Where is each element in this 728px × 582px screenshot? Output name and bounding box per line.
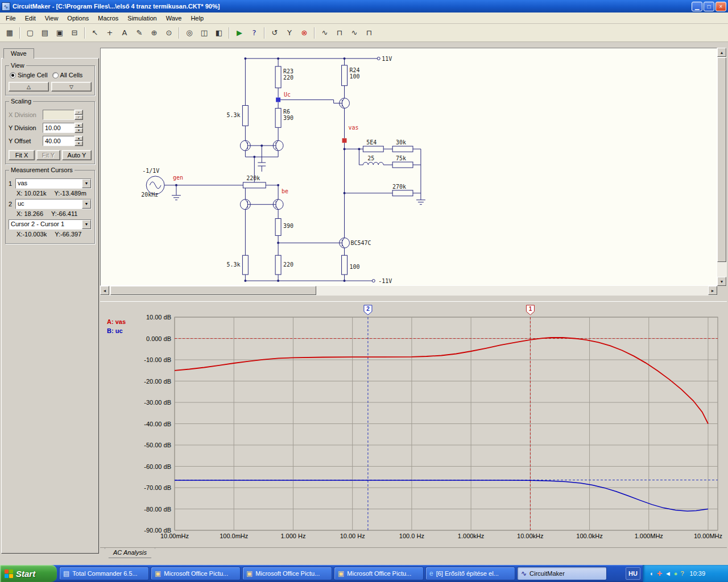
y-division-input[interactable] bbox=[43, 123, 75, 133]
node-vas-label[interactable]: vas bbox=[349, 124, 359, 131]
single-cell-radio[interactable]: Single Cell bbox=[10, 72, 48, 78]
volume-icon[interactable]: ◄ bbox=[665, 571, 671, 577]
r270k-value[interactable]: 270k bbox=[392, 184, 406, 190]
waveform-mixed-icon[interactable]: ∿ bbox=[348, 26, 361, 40]
r390-value[interactable]: 390 bbox=[283, 223, 293, 229]
menu-file[interactable]: File bbox=[1, 14, 20, 23]
run-simulation-icon[interactable]: ▶ bbox=[233, 26, 246, 40]
cell-down-button[interactable]: ▽ bbox=[51, 82, 92, 92]
scroll-up-icon[interactable]: ▲ bbox=[717, 48, 726, 57]
maximize-button[interactable]: □ bbox=[704, 2, 714, 11]
vcc-label[interactable]: 11V bbox=[382, 56, 392, 62]
task-button-2[interactable]: ▣Microsoft Office Pictu... bbox=[151, 567, 241, 580]
menu-edit[interactable]: Edit bbox=[20, 14, 40, 23]
page-view-icon[interactable]: ◫ bbox=[197, 26, 211, 40]
vee-label[interactable]: -11V bbox=[378, 278, 392, 284]
scroll-down-icon[interactable]: ▼ bbox=[717, 277, 726, 286]
task-button-3[interactable]: ▣Microsoft Office Pictu... bbox=[242, 567, 332, 580]
gen-freq-label[interactable]: 20kHz bbox=[141, 192, 158, 198]
language-indicator[interactable]: HU bbox=[626, 567, 640, 580]
node-uc-label[interactable]: Uc bbox=[284, 92, 291, 98]
gen-amplitude-label[interactable]: -1/1V bbox=[142, 168, 159, 174]
r23-value[interactable]: 220 bbox=[283, 74, 293, 81]
find-part-icon[interactable]: ◎ bbox=[183, 26, 196, 40]
help-icon[interactable]: ? bbox=[680, 571, 684, 577]
r100-value[interactable]: 100 bbox=[349, 264, 359, 270]
r6-name[interactable]: R6 bbox=[283, 109, 290, 115]
vertical-scrollbar[interactable]: ▲ ▼ bbox=[717, 48, 727, 286]
y-division-spinner[interactable]: ▲ ▼ bbox=[75, 123, 83, 133]
split-view-icon[interactable]: ◧ bbox=[212, 26, 226, 40]
start-button[interactable]: Start bbox=[0, 565, 57, 582]
save-file-icon[interactable]: ▣ bbox=[53, 26, 67, 40]
y-offset-input[interactable] bbox=[43, 136, 75, 146]
task-button-4[interactable]: ▣Microsoft Office Pictu... bbox=[334, 567, 424, 580]
waveform-analog-icon[interactable]: ∿ bbox=[318, 26, 332, 40]
node-be-label[interactable]: be bbox=[282, 188, 288, 194]
node-marker-uc[interactable] bbox=[276, 98, 280, 102]
r24-value[interactable]: 100 bbox=[349, 73, 359, 80]
horizontal-scrollbar[interactable]: ◄ ► bbox=[100, 286, 717, 296]
r5e4-value[interactable]: 5E4 bbox=[366, 139, 377, 146]
radio-icon[interactable] bbox=[52, 72, 59, 78]
transistor-output[interactable] bbox=[340, 98, 350, 109]
print-icon[interactable]: ⊟ bbox=[68, 26, 81, 40]
auto-y-button[interactable]: Auto Y bbox=[62, 150, 92, 160]
close-button[interactable]: × bbox=[715, 2, 726, 11]
edit-tool-icon[interactable]: ✎ bbox=[133, 26, 146, 40]
chevron-down-icon[interactable]: ▼ bbox=[82, 179, 91, 188]
reset-simulation-icon[interactable]: ↺ bbox=[268, 26, 282, 40]
display-icon[interactable]: ◐ bbox=[650, 571, 654, 577]
menu-help[interactable]: Help bbox=[186, 14, 208, 23]
r23-name[interactable]: R23 bbox=[283, 68, 293, 74]
wire-tool-icon[interactable]: + bbox=[103, 26, 117, 40]
r30k-value[interactable]: 30k bbox=[396, 139, 406, 146]
cursor2-signal-select[interactable]: uc ▼ bbox=[15, 199, 92, 209]
r24-name[interactable]: R24 bbox=[349, 67, 359, 73]
transistor-mirror-right[interactable] bbox=[273, 199, 283, 210]
network-icon[interactable]: ● bbox=[674, 571, 678, 577]
l25-value[interactable]: 25 bbox=[367, 155, 374, 161]
probe-y-icon[interactable]: Y bbox=[283, 26, 296, 40]
r220k-value[interactable]: 220k bbox=[246, 175, 260, 181]
r75k-value[interactable]: 75k bbox=[396, 155, 406, 161]
text-tool-icon[interactable]: A bbox=[118, 26, 131, 40]
waveform-digital-icon[interactable]: ⊓ bbox=[333, 26, 346, 40]
vcc-terminal[interactable] bbox=[377, 57, 380, 60]
chevron-down-icon[interactable]: ▼ bbox=[82, 199, 91, 209]
waveform-scope-icon[interactable]: ⊓ bbox=[362, 26, 376, 40]
transistor-mirror-left[interactable] bbox=[240, 199, 250, 210]
select-arrow-icon[interactable]: ↖ bbox=[88, 26, 102, 40]
r6-value[interactable]: 390 bbox=[283, 115, 293, 121]
bc547c-label[interactable]: BC547C bbox=[350, 240, 371, 246]
circuit-schematic[interactable]: 11V -11V R23 220 R24 100 R6 390 5.3k Uc … bbox=[100, 48, 717, 286]
node-gen-label[interactable]: gen bbox=[173, 174, 183, 181]
task-button-6[interactable]: ∿CircuitMaker bbox=[517, 567, 607, 580]
node-marker-vas[interactable] bbox=[342, 138, 347, 143]
vee-terminal[interactable] bbox=[372, 280, 375, 282]
scroll-right-icon[interactable]: ► bbox=[708, 286, 717, 295]
menu-view[interactable]: View bbox=[40, 14, 63, 23]
transistor-bc547c[interactable] bbox=[340, 238, 350, 248]
bode-plot[interactable]: 10.00 dB0.000 dB-10.00 dB-20.00 dB-30.00… bbox=[100, 302, 727, 548]
zoom-tool-icon[interactable]: ⊙ bbox=[162, 26, 176, 40]
transistor-diff-right[interactable] bbox=[273, 140, 283, 151]
alert-icon[interactable]: ✚ bbox=[657, 571, 662, 577]
radio-icon[interactable] bbox=[10, 72, 16, 78]
transistor-diff-left[interactable] bbox=[240, 140, 250, 151]
menu-macros[interactable]: Macros bbox=[93, 14, 123, 23]
r53k-bot-value[interactable]: 5.3k bbox=[226, 261, 240, 268]
cursor1-signal-select[interactable]: vas ▼ bbox=[15, 178, 92, 189]
scroll-left-icon[interactable]: ◄ bbox=[100, 286, 109, 295]
cell-up-button[interactable]: △ bbox=[9, 82, 49, 92]
taskbar-clock[interactable]: 10:39 bbox=[690, 570, 706, 577]
vertical-scroll-thumb[interactable] bbox=[717, 57, 726, 262]
open-file-icon[interactable]: ▤ bbox=[38, 26, 52, 40]
help-icon[interactable]: ? bbox=[247, 26, 261, 40]
spin-down-icon[interactable]: ▼ bbox=[75, 128, 83, 133]
all-cells-radio[interactable]: All Cells bbox=[52, 72, 83, 78]
tab-wave[interactable]: Wave bbox=[3, 48, 34, 59]
y-offset-spinner[interactable]: ▲ ▼ bbox=[75, 136, 83, 146]
stop-simulation-icon[interactable]: ⊗ bbox=[297, 26, 311, 40]
menu-wave[interactable]: Wave bbox=[162, 14, 187, 23]
